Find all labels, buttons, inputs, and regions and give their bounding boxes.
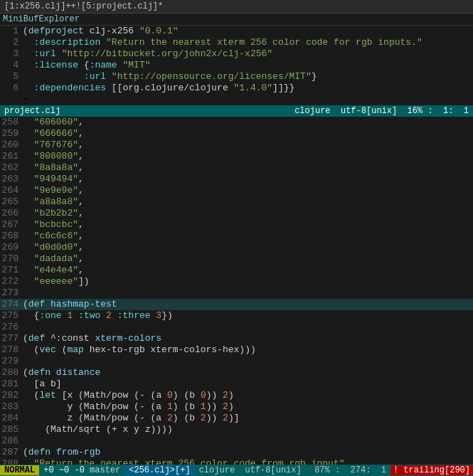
code-line: 268 "c6c6c6",	[0, 231, 473, 242]
status-lang: clojure utf-8[unix]	[195, 465, 306, 475]
status-bar-bottom: NORMAL +0 ~0 -0 master <256.clj>[+] cloj…	[0, 465, 473, 476]
status-project-filename: project.clj	[4, 106, 60, 116]
code-line: 269 "d0d0d0",	[0, 242, 473, 253]
code-line: 277 (def ^:const xterm-colors	[0, 333, 473, 344]
status-bar-project: project.clj clojure utf-8[unix] 16% : 1:…	[0, 105, 473, 117]
code-line: 279	[0, 356, 473, 367]
code-line: 262 "8a8a8a",	[0, 162, 473, 174]
code-line: 276	[0, 322, 473, 333]
status-position: 87% : 274: 1	[310, 465, 390, 475]
code-line: 3 :url "http://bitbucket.org/john2x/clj-…	[0, 48, 473, 60]
status-filename: <256.clj>[+]	[124, 465, 194, 475]
code-line: 6 :dependencies [[org.clojure/clojure "1…	[0, 83, 473, 94]
code-line: 263 "949494",	[0, 174, 473, 185]
status-git: +0 ~0 -0 master	[39, 465, 124, 475]
code-line: 282 (let [x (Math/pow (- (a 0) (b 0)) 2)	[0, 390, 473, 401]
status-mode: NORMAL	[0, 465, 39, 475]
title-bar: [1:x256.clj]++![5:project.clj]*	[0, 0, 473, 14]
code-line: 283 y (Math/pow (- (a 1) (b 1)) 2)	[0, 401, 473, 413]
code-line: 259 "666666",	[0, 128, 473, 139]
code-line: 2 :description "Return the nearest xterm…	[0, 37, 473, 48]
code-line: 266 "b2b2b2",	[0, 208, 473, 219]
code-line: 267 "bcbcbc",	[0, 219, 473, 231]
code-line: 281 [a b]	[0, 379, 473, 390]
code-area-main: 258 "606060", 259 "666666", 260 "767676"…	[0, 117, 473, 476]
code-line-274: 274 (def hashmap-test	[0, 299, 473, 310]
code-line: 260 "767676",	[0, 139, 473, 151]
code-line: 285 (Math/sqrt (+ x y z))))	[0, 424, 473, 435]
minibuf-bar: MiniBufExplorer	[0, 14, 473, 26]
code-line: 265 "a8a8a8",	[0, 196, 473, 208]
code-area-top: 1 (defproject clj-x256 "0.0.1" 2 :descri…	[0, 26, 473, 105]
code-line: 287 (defn from-rgb	[0, 447, 473, 458]
code-line: 271 "e4e4e4",	[0, 265, 473, 276]
code-line: 272 "eeeeee"])	[0, 276, 473, 287]
minibuf-label: MiniBufExplorer	[3, 14, 80, 24]
code-line: 278 (vec (map hex-to-rgb xterm-colors-he…	[0, 344, 473, 356]
code-line: 258 "606060",	[0, 117, 473, 128]
code-line: 5 :url "http://opensource.org/licenses/M…	[0, 71, 473, 83]
code-line: ~	[0, 94, 473, 105]
code-line: 1 (defproject clj-x256 "0.0.1"	[0, 26, 473, 37]
code-line: 284 z (Math/pow (- (a 2) (b 2)) 2)]	[0, 413, 473, 424]
code-line: 4 :license {:name "MIT"	[0, 60, 473, 71]
code-line: 270 "dadada",	[0, 253, 473, 265]
title-text: [1:x256.clj]++![5:project.clj]*	[4, 1, 163, 11]
code-line: 264 "9e9e9e",	[0, 185, 473, 196]
code-line: 261 "808080",	[0, 151, 473, 162]
code-line: 286	[0, 435, 473, 447]
code-line: 275 {:one 1 :two 2 :three 3})	[0, 310, 473, 322]
status-trailing: ! trailing[290]	[390, 465, 473, 475]
status-project-info: clojure utf-8[unix] 16% : 1: 1	[294, 106, 469, 116]
code-line: 280 (defn distance	[0, 367, 473, 379]
code-line: 273	[0, 287, 473, 299]
